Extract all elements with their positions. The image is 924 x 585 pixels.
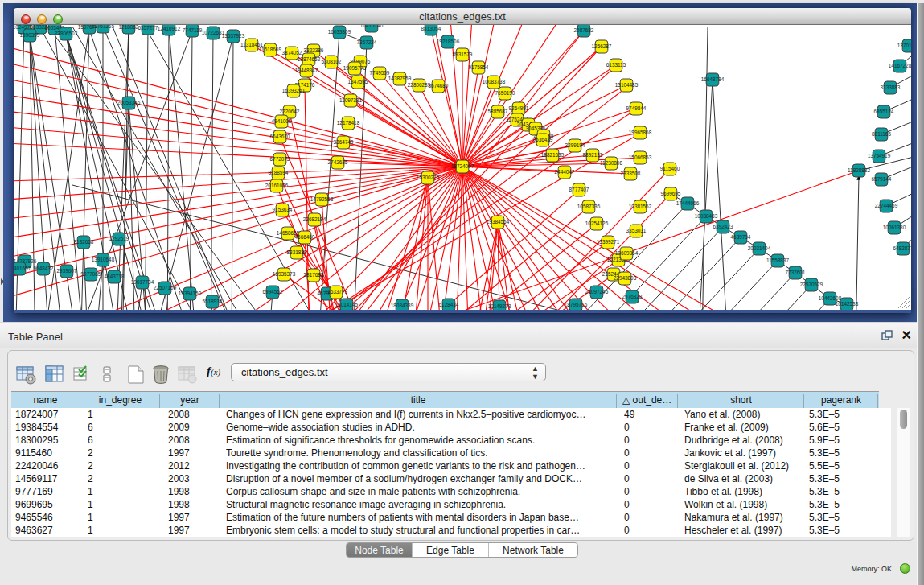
svg-text:9536429: 9536429 — [533, 137, 553, 142]
svg-text:9648432: 9648432 — [34, 266, 54, 271]
svg-text:6772073: 6772073 — [270, 156, 290, 162]
svg-text:8188594: 8188594 — [269, 170, 289, 175]
svg-text:8811165: 8811165 — [872, 131, 891, 137]
svg-text:6643670: 6643670 — [270, 134, 290, 139]
svg-text:6133115: 6133115 — [606, 62, 626, 68]
svg-text:5885687: 5885687 — [488, 109, 508, 114]
svg-text:13754919: 13754919 — [868, 153, 891, 159]
svg-text:5308102: 5308102 — [322, 59, 342, 64]
svg-text:19965868: 19965868 — [629, 130, 652, 135]
svg-text:3353031: 3353031 — [626, 228, 647, 233]
svg-text:20161026: 20161026 — [265, 183, 289, 188]
svg-text:11097381: 11097381 — [339, 97, 362, 103]
svg-text:18795716: 18795716 — [565, 302, 588, 307]
svg-text:16415740: 16415740 — [360, 25, 384, 28]
svg-text:9977065: 9977065 — [81, 271, 101, 277]
svg-text:4843718: 4843718 — [105, 274, 125, 279]
svg-text:6357277: 6357277 — [138, 25, 158, 31]
svg-text:1292619: 1292619 — [109, 236, 129, 241]
svg-text:18034339: 18034339 — [391, 303, 414, 308]
svg-text:2817683: 2817683 — [304, 272, 324, 278]
svg-text:9115460: 9115460 — [660, 166, 680, 171]
svg-text:13399271: 13399271 — [597, 239, 620, 245]
svg-text:13104485: 13104485 — [615, 82, 639, 88]
svg-text:2220642: 2220642 — [280, 109, 300, 114]
svg-text:4666460: 4666460 — [295, 234, 315, 240]
svg-text:6482877: 6482877 — [893, 245, 911, 251]
svg-text:8931579: 8931579 — [453, 51, 473, 57]
svg-text:8331838: 8331838 — [287, 249, 307, 255]
svg-text:14401657: 14401657 — [14, 266, 31, 271]
svg-text:14792553: 14792553 — [310, 196, 334, 202]
svg-text:10254126: 10254126 — [585, 220, 609, 226]
svg-text:16393261: 16393261 — [282, 88, 306, 93]
svg-text:15300275: 15300275 — [417, 175, 440, 180]
svg-text:17444066: 17444066 — [676, 200, 700, 206]
svg-text:19017734: 19017734 — [131, 279, 154, 285]
svg-text:22682194: 22682194 — [303, 216, 326, 222]
svg-text:7650190: 7650190 — [495, 90, 515, 96]
svg-text:16648784: 16648784 — [701, 76, 725, 82]
svg-text:22570529: 22570529 — [800, 282, 823, 287]
svg-text:2333508: 2333508 — [621, 171, 641, 176]
svg-text:11014145: 11014145 — [335, 302, 358, 307]
svg-text:16033809: 16033809 — [328, 29, 351, 35]
svg-text:3299194: 3299194 — [565, 142, 585, 148]
svg-text:14167228: 14167228 — [889, 63, 911, 68]
svg-text:3322386: 3322386 — [304, 47, 324, 53]
svg-text:1218062: 1218062 — [119, 25, 139, 30]
svg-text:4941005: 4941005 — [272, 118, 292, 124]
svg-text:8777407: 8777407 — [569, 187, 589, 192]
svg-text:22806289: 22806289 — [408, 82, 431, 88]
svg-text:7737601: 7737601 — [786, 270, 806, 275]
svg-text:19609364: 19609364 — [615, 250, 639, 256]
svg-text:8674680: 8674680 — [429, 83, 449, 89]
svg-text:10083738: 10083738 — [483, 79, 506, 84]
svg-text:22744459: 22744459 — [875, 203, 898, 208]
svg-text:13701506: 13701506 — [897, 43, 911, 48]
svg-text:9264991: 9264991 — [509, 105, 529, 111]
svg-text:10038483: 10038483 — [695, 213, 718, 219]
svg-text:1256287: 1256287 — [592, 43, 612, 49]
svg-text:6579144: 6579144 — [872, 176, 892, 182]
svg-text:9699695: 9699695 — [661, 191, 681, 196]
svg-text:22507109: 22507109 — [154, 285, 177, 290]
svg-text:4639704: 4639704 — [731, 234, 751, 240]
svg-text:8182668: 8182668 — [74, 239, 94, 245]
svg-text:20031404: 20031404 — [748, 245, 771, 251]
svg-text:12416912: 12416912 — [158, 26, 181, 31]
svg-text:18821635: 18821635 — [541, 152, 565, 158]
svg-text:9749844: 9749844 — [626, 105, 647, 111]
svg-text:11230808: 11230808 — [600, 160, 622, 166]
svg-text:10149278: 10149278 — [488, 303, 511, 309]
svg-text:9153634: 9153634 — [273, 207, 293, 212]
svg-text:13910648: 13910648 — [92, 257, 115, 262]
svg-text:2939607: 2939607 — [57, 268, 77, 274]
svg-text:6392423: 6392423 — [713, 224, 733, 229]
svg-text:15066853: 15066853 — [629, 154, 652, 160]
svg-text:6128434: 6128434 — [439, 302, 459, 307]
svg-text:11633779: 11633779 — [325, 289, 347, 295]
svg-text:11828882: 11828882 — [848, 167, 870, 173]
svg-text:2976828: 2976828 — [622, 294, 643, 299]
svg-text:15394150: 15394150 — [179, 290, 202, 296]
svg-text:9175854: 9175854 — [469, 64, 489, 70]
svg-text:21097245: 21097245 — [585, 289, 609, 295]
svg-text:10142538: 10142538 — [836, 301, 859, 307]
svg-text:16935373: 16935373 — [273, 271, 296, 277]
svg-text:1347595: 1347595 — [348, 79, 368, 84]
svg-text:8813054: 8813054 — [421, 26, 441, 31]
svg-text:7747119: 7747119 — [183, 27, 203, 33]
svg-text:11558837: 11558837 — [766, 257, 789, 263]
svg-text:3333883: 3333883 — [881, 84, 901, 90]
svg-text:10587336: 10587336 — [577, 204, 601, 209]
svg-text:20053346: 20053346 — [117, 100, 141, 105]
svg-text:13537923: 13537923 — [222, 33, 245, 39]
svg-text:18874652: 18874652 — [298, 56, 321, 62]
svg-text:6994562: 6994562 — [263, 289, 283, 295]
svg-text:3364748: 3364748 — [334, 139, 354, 145]
svg-text:7749509: 7749509 — [370, 70, 390, 76]
svg-text:14387959: 14387959 — [388, 76, 412, 81]
svg-text:1890399: 1890399 — [20, 32, 40, 38]
svg-text:10381552: 10381552 — [629, 204, 652, 209]
